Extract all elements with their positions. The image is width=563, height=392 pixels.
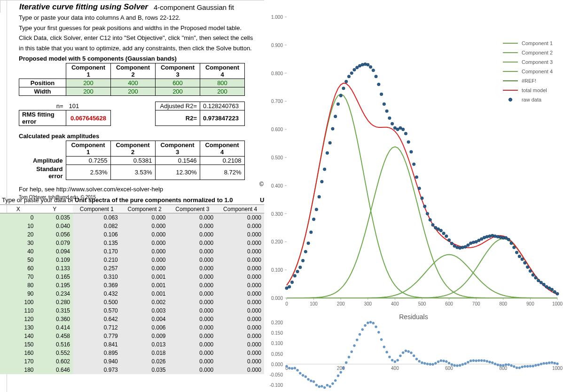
cell[interactable]: 0.170	[73, 247, 121, 256]
cell[interactable]: 0.000	[169, 366, 217, 374]
cell[interactable]: 0.458	[37, 332, 73, 340]
cell[interactable]: 0.000	[169, 298, 217, 306]
cell[interactable]: 0.082	[73, 222, 121, 230]
cell[interactable]: 0.000	[216, 281, 264, 290]
cell[interactable]: 0.234	[37, 290, 73, 298]
cell[interactable]: 10	[0, 222, 37, 230]
cell[interactable]: 0.000	[216, 290, 264, 298]
cell[interactable]: 0.001	[121, 281, 169, 290]
cell[interactable]: 0.094	[37, 247, 73, 256]
cell[interactable]: 0.414	[37, 323, 73, 332]
cell[interactable]: 200	[111, 87, 156, 96]
cell[interactable]: 0.000	[169, 264, 217, 273]
cell[interactable]: 0.000	[121, 247, 169, 256]
cell[interactable]: 70	[0, 273, 37, 281]
cell[interactable]: 200	[200, 87, 245, 96]
cell[interactable]: 0.360	[37, 315, 73, 323]
cell[interactable]: 0.000	[216, 306, 264, 315]
cell[interactable]: 0.000	[121, 213, 169, 222]
cell[interactable]: 0.006	[121, 323, 169, 332]
cell[interactable]: 0.000	[169, 349, 217, 357]
cell[interactable]: 0.000	[216, 222, 264, 230]
cell[interactable]: 0.841	[73, 340, 121, 349]
cell[interactable]: 0.516	[37, 340, 73, 349]
cell[interactable]: 140	[0, 332, 37, 340]
cell[interactable]: 0.779	[73, 332, 121, 340]
cell[interactable]: 0.315	[37, 306, 73, 315]
cell[interactable]: 0.001	[121, 290, 169, 298]
cell[interactable]: 0.000	[169, 222, 217, 230]
cell[interactable]: 0.002	[121, 298, 169, 306]
cell[interactable]: 0.000	[216, 323, 264, 332]
cell[interactable]: 0.013	[121, 340, 169, 349]
cell[interactable]: 0.000	[121, 222, 169, 230]
cell[interactable]: 0.079	[37, 239, 73, 247]
cell[interactable]: 0.001	[121, 273, 169, 281]
cell[interactable]: 60	[0, 264, 37, 273]
cell[interactable]: 0.000	[216, 213, 264, 222]
cell[interactable]: 0.000	[121, 230, 169, 239]
cell[interactable]: 0.000	[169, 230, 217, 239]
cell[interactable]: 0.310	[73, 273, 121, 281]
cell[interactable]: 150	[0, 340, 37, 349]
cell[interactable]: 0.000	[216, 357, 264, 366]
cell[interactable]: 0.000	[216, 298, 264, 306]
cell[interactable]: 800	[200, 79, 245, 87]
cell[interactable]: 0.000	[169, 357, 217, 366]
cell[interactable]: 0.000	[216, 256, 264, 264]
cell[interactable]: 0.000	[169, 290, 217, 298]
cell[interactable]: 0.602	[37, 357, 73, 366]
xy-table[interactable]: X Y 00.035100.040200.056300.079400.09450…	[0, 204, 73, 374]
cell[interactable]: 0.000	[169, 332, 217, 340]
cell[interactable]: 160	[0, 349, 37, 357]
cell[interactable]: 90	[0, 290, 37, 298]
cell[interactable]: 170	[0, 357, 37, 366]
cell[interactable]: 0.000	[169, 239, 217, 247]
cell[interactable]: 0.109	[37, 256, 73, 264]
cell[interactable]: 0.940	[73, 357, 121, 366]
cell[interactable]: 0.000	[216, 340, 264, 349]
cell[interactable]: 0.895	[73, 349, 121, 357]
cell[interactable]: 0.000	[216, 332, 264, 340]
cell[interactable]: 0.210	[73, 256, 121, 264]
cell[interactable]: 20	[0, 230, 37, 239]
cell[interactable]: 0.000	[216, 230, 264, 239]
cell[interactable]: 0.063	[73, 213, 121, 222]
cell[interactable]: 0.009	[121, 332, 169, 340]
cell[interactable]: 0.000	[216, 349, 264, 357]
cell[interactable]: 0.106	[73, 230, 121, 239]
cell[interactable]: 110	[0, 306, 37, 315]
cell[interactable]: 0.195	[37, 281, 73, 290]
cell[interactable]: 0.712	[73, 323, 121, 332]
cell[interactable]: 200	[156, 87, 200, 96]
cell[interactable]: 0.135	[73, 239, 121, 247]
cell[interactable]: 0.035	[121, 366, 169, 374]
cell[interactable]: 0.004	[121, 315, 169, 323]
cell[interactable]: 0.000	[169, 256, 217, 264]
cell[interactable]: 0.257	[73, 264, 121, 273]
cell[interactable]: 0.000	[216, 247, 264, 256]
cell[interactable]: 0.280	[37, 298, 73, 306]
cell[interactable]: 0.000	[121, 264, 169, 273]
cell[interactable]: 30	[0, 239, 37, 247]
spectra-table[interactable]: Component 1 Component 2 Component 3 Comp…	[73, 204, 264, 374]
cell[interactable]: 600	[156, 79, 200, 87]
cell[interactable]: 0.552	[37, 349, 73, 357]
cell[interactable]: 0.000	[169, 281, 217, 290]
cell[interactable]: 0.000	[169, 247, 217, 256]
cell[interactable]: 0.040	[37, 222, 73, 230]
cell[interactable]: 0.165	[37, 273, 73, 281]
cell[interactable]: 0.973	[73, 366, 121, 374]
cell[interactable]: 40	[0, 247, 37, 256]
cell[interactable]: 0.570	[73, 306, 121, 315]
proposed-model-table[interactable]: Component 1 Component 2 Component 3 Comp…	[19, 63, 245, 96]
cell[interactable]: 0.000	[169, 315, 217, 323]
residuals-chart[interactable]: Residuals 0.2000.1500.1000.0500.000-0.05…	[264, 312, 563, 392]
cell[interactable]: 0.026	[121, 357, 169, 366]
cell[interactable]: 0.646	[37, 366, 73, 374]
cell[interactable]: 0.432	[73, 290, 121, 298]
cell[interactable]: 0.500	[73, 298, 121, 306]
cell[interactable]: 0.000	[121, 256, 169, 264]
cell[interactable]: 0.000	[121, 239, 169, 247]
cell[interactable]: 0.000	[169, 273, 217, 281]
